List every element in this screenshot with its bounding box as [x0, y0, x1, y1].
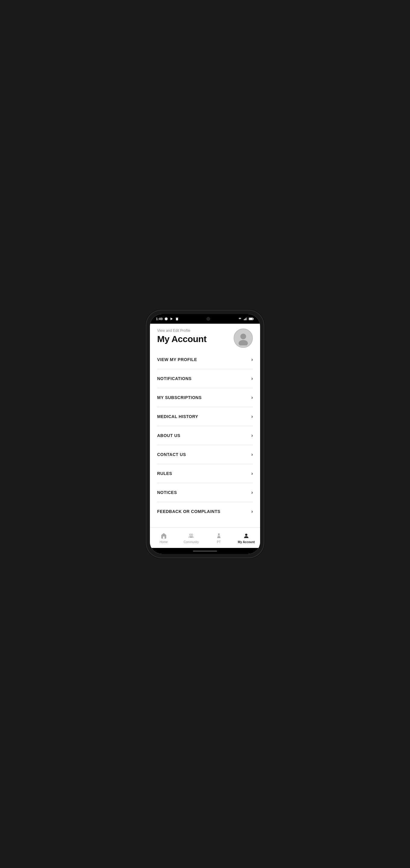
svg-point-14	[218, 533, 220, 535]
home-icon	[160, 532, 167, 539]
battery-icon	[249, 317, 254, 321]
svg-point-17	[245, 533, 247, 535]
bottom-nav: Home Community	[150, 527, 260, 548]
chevron-right-icon: ›	[251, 395, 253, 400]
nav-label-home: Home	[160, 540, 168, 544]
svg-rect-5	[246, 317, 247, 320]
menu-item-label: RULES	[157, 471, 172, 476]
phone-screen: 1:49	[150, 314, 260, 554]
chevron-right-icon: ›	[251, 509, 253, 514]
status-right	[238, 317, 254, 321]
menu-item-feedback[interactable]: FEEDBACK OR COMPLAINTS ›	[157, 502, 253, 521]
menu-item-view-profile[interactable]: VIEW MY PROFILE ›	[157, 350, 253, 369]
svg-rect-8	[253, 318, 254, 319]
svg-line-15	[218, 535, 219, 536]
header-section: View and Edit Profile My Account	[150, 324, 260, 350]
home-indicator-bar	[150, 548, 260, 554]
nav-item-pt[interactable]: PT	[205, 528, 233, 548]
phone-frame: 1:49	[146, 310, 264, 558]
menu-item-notices[interactable]: NOTICES ›	[157, 483, 253, 502]
home-indicator	[193, 551, 217, 552]
svg-rect-2	[244, 319, 244, 320]
nav-item-my-account[interactable]: My Account	[233, 528, 261, 548]
menu-item-label: MY SUBSCRIPTIONS	[157, 395, 202, 400]
clipboard-icon	[175, 317, 179, 321]
my-account-icon	[243, 532, 250, 539]
menu-item-label: ABOUT US	[157, 433, 180, 438]
chevron-right-icon: ›	[251, 376, 253, 381]
wifi-icon	[238, 317, 242, 321]
menu-list: VIEW MY PROFILE › NOTIFICATIONS › MY SUB…	[150, 350, 260, 527]
svg-point-12	[190, 534, 192, 535]
menu-item-medical-history[interactable]: MEDICAL HISTORY ›	[157, 407, 253, 426]
community-icon	[187, 532, 195, 539]
menu-item-contact-us[interactable]: CONTACT US ›	[157, 445, 253, 464]
menu-item-label: FEEDBACK OR COMPLAINTS	[157, 509, 220, 514]
nav-item-community[interactable]: Community	[178, 528, 205, 548]
menu-item-about-us[interactable]: ABOUT US ›	[157, 426, 253, 445]
avatar-container[interactable]	[234, 329, 253, 348]
nav-label-my-account: My Account	[238, 540, 255, 544]
menu-item-notifications[interactable]: NOTIFICATIONS ›	[157, 369, 253, 388]
svg-point-10	[239, 340, 248, 345]
camera-notch	[206, 317, 210, 321]
svg-line-16	[219, 535, 220, 536]
chevron-right-icon: ›	[251, 471, 253, 476]
chevron-right-icon: ›	[251, 414, 253, 419]
svg-point-9	[240, 334, 246, 339]
signal-icon	[243, 317, 247, 321]
pt-icon	[215, 532, 223, 539]
menu-item-label: NOTIFICATIONS	[157, 376, 192, 381]
avatar-image	[236, 331, 250, 345]
content-area: View and Edit Profile My Account VIEW MY…	[150, 324, 260, 527]
chevron-right-icon: ›	[251, 433, 253, 438]
status-bar: 1:49	[150, 314, 260, 324]
menu-item-rules[interactable]: RULES ›	[157, 464, 253, 483]
svg-point-13	[191, 534, 193, 535]
chevron-right-icon: ›	[251, 490, 253, 495]
svg-rect-3	[245, 318, 245, 320]
status-left: 1:49	[156, 317, 179, 321]
nav-item-home[interactable]: Home	[150, 528, 178, 548]
nav-label-pt: PT	[217, 540, 221, 544]
svg-rect-11	[163, 536, 165, 538]
chevron-right-icon: ›	[251, 452, 253, 457]
chevron-right-icon: ›	[251, 357, 253, 362]
settings-icon	[164, 317, 168, 321]
avatar[interactable]	[234, 329, 253, 348]
nav-label-community: Community	[184, 540, 199, 544]
menu-item-label: VIEW MY PROFILE	[157, 357, 197, 362]
time-display: 1:49	[156, 317, 163, 321]
svg-rect-4	[246, 318, 246, 320]
menu-item-subscriptions[interactable]: MY SUBSCRIPTIONS ›	[157, 388, 253, 407]
svg-marker-0	[171, 318, 173, 320]
menu-item-label: MEDICAL HISTORY	[157, 414, 198, 419]
svg-rect-7	[249, 318, 253, 320]
menu-item-label: CONTACT US	[157, 452, 186, 457]
menu-item-label: NOTICES	[157, 490, 177, 495]
play-icon	[170, 317, 173, 321]
